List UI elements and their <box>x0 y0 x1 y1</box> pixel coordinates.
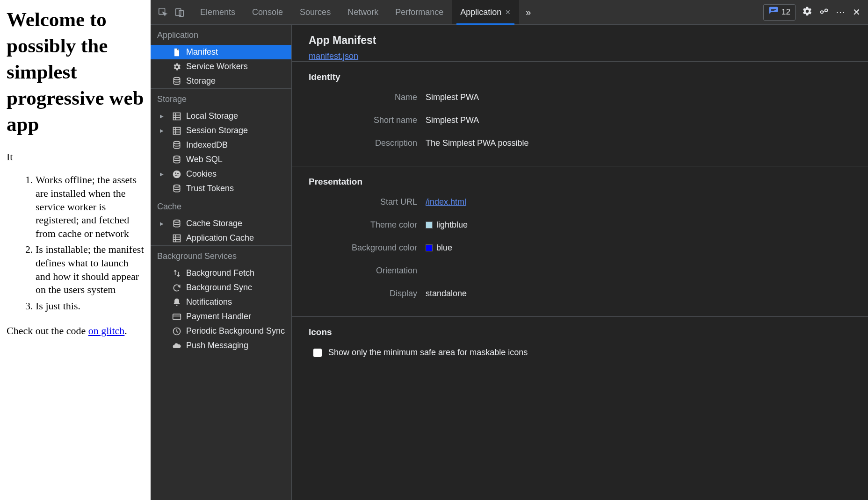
kv-start-url: Start URL /index.html <box>309 197 851 207</box>
clock-icon <box>172 327 181 336</box>
sidebar-item-web-sql[interactable]: Web SQL <box>151 152 291 167</box>
sidebar-item-service-workers[interactable]: Service Workers <box>151 59 291 74</box>
inspect-element-icon[interactable] <box>154 4 171 21</box>
sidebar-section-title: Storage <box>151 88 291 109</box>
more-tabs-icon[interactable]: » <box>519 7 537 18</box>
svg-point-17 <box>174 156 180 158</box>
close-icon[interactable]: ✕ <box>505 8 511 16</box>
grid-icon <box>172 126 181 136</box>
section-heading: Identity <box>309 72 851 82</box>
list-item: Works offline; the assets are installed … <box>36 173 144 240</box>
sidebar-item-label: Storage <box>186 76 216 86</box>
page-checkout: Check out the code on glitch. <box>7 325 144 337</box>
sidebar-item-background-sync[interactable]: Background Sync <box>151 280 291 295</box>
kv-value: blue <box>436 243 452 253</box>
kv-value: The Simplest PWA possible <box>426 138 528 148</box>
sidebar-item-label: Session Storage <box>186 126 248 136</box>
manifest-file-link[interactable]: manifest.json <box>309 51 358 61</box>
sidebar-item-storage[interactable]: Storage <box>151 74 291 88</box>
svg-point-20 <box>177 173 179 174</box>
manifest-panel: App Manifest manifest.json Identity Name… <box>292 25 868 500</box>
more-menu-icon[interactable]: ⋯ <box>836 7 846 18</box>
sidebar-item-label: Background Sync <box>186 283 252 293</box>
sidebar-item-indexeddb[interactable]: IndexedDB <box>151 138 291 152</box>
icons-section: Icons Show only the minimum safe area fo… <box>292 316 868 362</box>
svg-point-7 <box>174 77 180 79</box>
tab-sources[interactable]: Sources <box>291 0 339 24</box>
kv-label: Background color <box>309 243 426 253</box>
kv-orientation: Orientation <box>309 266 851 276</box>
kv-short-name: Short name Simplest PWA <box>309 115 851 125</box>
issues-badge[interactable]: 12 <box>763 4 796 21</box>
svg-point-6 <box>825 9 828 12</box>
sidebar-item-label: Background Fetch <box>186 268 254 278</box>
toggle-device-icon[interactable] <box>171 4 188 21</box>
kv-name: Name Simplest PWA <box>309 93 851 102</box>
whats-new-icon[interactable] <box>819 6 829 19</box>
sidebar-item-periodic-background-sync[interactable]: Periodic Background Sync <box>151 324 291 338</box>
sync-icon <box>172 283 181 293</box>
svg-rect-29 <box>173 314 181 320</box>
kv-value: standalone <box>426 289 467 299</box>
tab-elements[interactable]: Elements <box>192 0 244 24</box>
sidebar-item-label: Periodic Background Sync <box>186 326 285 336</box>
gear-icon <box>172 62 181 71</box>
svg-point-19 <box>175 172 176 174</box>
sidebar-item-session-storage[interactable]: Session Storage <box>151 123 291 138</box>
svg-point-23 <box>174 185 180 187</box>
sidebar-item-payment-handler[interactable]: Payment Handler <box>151 309 291 324</box>
kv-label: Name <box>309 93 426 102</box>
tab-application[interactable]: Application ✕ <box>452 0 519 24</box>
sidebar-item-label: Service Workers <box>186 62 248 71</box>
start-url-link[interactable]: /index.html <box>426 197 466 207</box>
sidebar-item-application-cache[interactable]: Application Cache <box>151 231 291 245</box>
kv-background-color: Background color blue <box>309 243 851 253</box>
page-heading: Welcome to possibly the simplest progres… <box>7 7 144 137</box>
sidebar-item-cache-storage[interactable]: Cache Storage <box>151 216 291 231</box>
tab-label: Elements <box>200 7 235 17</box>
settings-icon[interactable] <box>802 6 812 19</box>
svg-point-24 <box>174 220 180 222</box>
close-devtools-icon[interactable]: ✕ <box>853 7 861 18</box>
list-item: Is just this. <box>36 300 144 313</box>
kv-value: Simplest PWA <box>426 93 479 102</box>
rendered-page: Welcome to possibly the simplest progres… <box>0 0 151 500</box>
kv-label: Orientation <box>309 266 426 276</box>
sidebar-item-push-messaging[interactable]: Push Messaging <box>151 338 291 353</box>
issues-count: 12 <box>781 7 790 17</box>
sidebar-item-trust-tokens[interactable]: Trust Tokens <box>151 181 291 196</box>
maskable-checkbox-row[interactable]: Show only the minimum safe area for mask… <box>309 348 851 357</box>
sidebar-item-background-fetch[interactable]: Background Fetch <box>151 266 291 280</box>
sidebar-item-cookies[interactable]: Cookies <box>151 167 291 181</box>
bell-icon <box>172 298 181 307</box>
checkbox-icon[interactable] <box>313 349 322 357</box>
kv-label: Display <box>309 289 426 299</box>
svg-rect-3 <box>771 9 776 9</box>
db-icon <box>172 184 181 193</box>
cloud-icon <box>172 341 181 350</box>
grid-icon <box>172 112 181 121</box>
sidebar-item-local-storage[interactable]: Local Storage <box>151 109 291 123</box>
db-icon <box>172 77 181 86</box>
svg-point-22 <box>178 175 179 176</box>
sidebar-item-notifications[interactable]: Notifications <box>151 295 291 309</box>
tab-console[interactable]: Console <box>244 0 291 24</box>
db-icon <box>172 141 181 150</box>
page-intro: It <box>7 151 144 163</box>
svg-rect-1 <box>176 9 181 16</box>
svg-rect-4 <box>771 10 774 11</box>
sidebar-item-label: Push Messaging <box>186 341 248 350</box>
glitch-link[interactable]: on glitch <box>88 325 125 336</box>
sidebar-item-manifest[interactable]: Manifest <box>151 45 291 59</box>
tab-network[interactable]: Network <box>339 0 387 24</box>
tab-performance[interactable]: Performance <box>387 0 452 24</box>
page-feature-list: Works offline; the assets are installed … <box>7 173 144 313</box>
tabbar-right-group: 12 ⋯ ✕ <box>763 4 864 21</box>
section-heading: Presentation <box>309 177 851 187</box>
svg-point-5 <box>821 11 824 14</box>
sidebar-item-label: Notifications <box>186 297 232 307</box>
list-item: Is installable; the manifest defines wha… <box>36 243 144 296</box>
updown-icon <box>172 269 181 278</box>
kv-value: lightblue <box>436 220 468 230</box>
application-sidebar: ApplicationManifestService WorkersStorag… <box>151 25 292 500</box>
